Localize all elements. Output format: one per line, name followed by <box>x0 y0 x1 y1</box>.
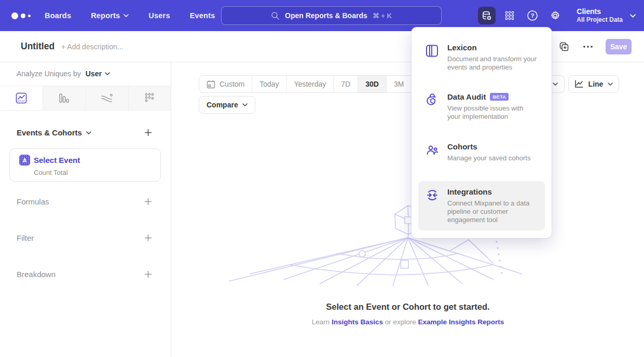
chevron-down-icon <box>630 14 636 18</box>
breakdown-section: Breakdown <box>17 270 152 279</box>
date-range-yesterday[interactable]: Yesterday <box>287 76 334 92</box>
search-placeholder: Open Reports & Boards <box>285 11 367 20</box>
line-chart-icon <box>574 80 584 88</box>
date-range-label: Today <box>259 80 279 88</box>
date-range-today[interactable]: Today <box>252 76 286 92</box>
nav-item-boards[interactable]: Boards <box>45 11 71 20</box>
calendar-icon <box>207 80 215 89</box>
metrics-tab-icon <box>144 92 155 104</box>
chevron-down-icon <box>553 83 558 86</box>
ellipsis-icon <box>583 46 593 48</box>
apps-grid-button[interactable] <box>501 7 518 24</box>
menu-item-description: Document and transform your events and p… <box>447 55 537 72</box>
compare-dropdown[interactable]: Compare <box>199 96 255 114</box>
tab-metrics-grid[interactable] <box>129 86 171 110</box>
formulas-section: Formulas <box>17 197 152 206</box>
add-formula-button[interactable] <box>144 198 152 206</box>
menu-item-data-audit[interactable]: Data Audit BETA View possible issues wit… <box>418 86 545 127</box>
database-gear-icon <box>481 10 492 21</box>
nav-item-label: Events <box>190 11 215 20</box>
nav-item-label: Reports <box>91 11 120 20</box>
more-options-button[interactable] <box>582 40 594 53</box>
compare-label: Compare <box>207 101 238 109</box>
global-search-input[interactable]: Open Reports & Boards ⌘ + K <box>221 6 442 25</box>
chart-type-tabs <box>0 86 171 111</box>
menu-item-integrations[interactable]: Integrations Connect Mixpanel to a data … <box>418 181 545 230</box>
menu-item-description: Connect Mixpanel to a data pipeline or c… <box>447 199 537 224</box>
chevron-down-icon <box>86 131 91 134</box>
project-scope: All Project Data <box>577 16 623 24</box>
nav-item-users[interactable]: Users <box>148 11 170 20</box>
chevron-down-icon <box>608 83 613 86</box>
date-range-label: Yesterday <box>294 80 326 88</box>
menu-item-cohorts[interactable]: Cohorts Manage your saved cohorts <box>418 136 545 169</box>
events-cohorts-dropdown[interactable]: Events & Cohorts <box>17 128 91 137</box>
insights-basics-link[interactable]: Insights Basics <box>332 318 383 326</box>
date-range-30d[interactable]: 30D <box>358 76 387 92</box>
example-insights-reports-link[interactable]: Example Insights Reports <box>418 318 504 326</box>
data-management-button[interactable] <box>478 7 496 24</box>
settings-button[interactable] <box>546 7 564 24</box>
learn-prefix: Learn <box>312 318 330 326</box>
add-filter-button[interactable] <box>144 234 152 242</box>
filter-section: Filter <box>17 234 152 242</box>
report-canvas: Custom Today Yesterday 7D 30D 3M 6M Comp… <box>172 63 644 357</box>
duplicate-report-button[interactable] <box>558 40 570 53</box>
date-range-label: 3M <box>394 80 404 88</box>
mixpanel-logo-icon[interactable] <box>11 12 35 19</box>
analyze-row: Analyze Uniques by User <box>17 70 110 78</box>
svg-text:?: ? <box>531 12 535 19</box>
chart-style-label: Line <box>588 80 604 88</box>
count-type-selector[interactable]: Count Total <box>34 169 68 176</box>
report-title[interactable]: Untitled <box>21 41 54 52</box>
nav-item-events[interactable]: Events <box>190 11 215 20</box>
help-icon: ? <box>527 10 538 21</box>
integrations-icon <box>426 188 439 202</box>
save-button[interactable]: Save <box>606 39 632 54</box>
menu-item-description: Manage your saved cohorts <box>447 154 530 162</box>
gear-icon <box>550 10 561 21</box>
date-range-7d[interactable]: 7D <box>334 76 358 92</box>
search-icon <box>271 11 280 20</box>
add-event-button[interactable] <box>144 129 152 137</box>
report-description-placeholder[interactable]: + Add description... <box>61 43 123 51</box>
cohorts-icon <box>426 143 439 157</box>
date-range-custom[interactable]: Custom <box>199 76 252 92</box>
chevron-down-icon <box>105 72 110 75</box>
tab-flow-chart[interactable] <box>86 86 129 110</box>
lexicon-icon <box>426 44 439 58</box>
select-event-button[interactable]: Select Event <box>34 156 80 164</box>
nav-item-label: Boards <box>45 11 71 20</box>
events-cohorts-header: Events & Cohorts <box>17 128 152 137</box>
search-shortcut: ⌘ + K <box>373 12 392 20</box>
menu-item-title: Cohorts <box>447 142 477 152</box>
event-query-card[interactable]: A Select Event Count Total <box>9 148 161 182</box>
data-management-menu: Lexicon Document and transform your even… <box>412 28 552 238</box>
report-header-actions: Save <box>558 31 632 62</box>
chart-style-dropdown[interactable]: Line <box>568 75 619 93</box>
chevron-down-icon <box>124 14 129 17</box>
or-explore-text: or explore <box>385 318 416 326</box>
project-selector[interactable]: Clients All Project Data <box>577 7 636 24</box>
flow-chart-tab-icon <box>101 93 113 103</box>
analyze-entity-dropdown[interactable]: User <box>86 70 110 78</box>
breakdown-label: Breakdown <box>17 270 56 279</box>
chevron-down-icon <box>242 103 248 106</box>
date-range-control: Custom Today Yesterday 7D 30D 3M 6M <box>199 75 437 93</box>
date-range-3m[interactable]: 3M <box>387 76 412 92</box>
date-range-label: Custom <box>220 80 244 88</box>
tab-bar-chart[interactable] <box>43 86 86 110</box>
menu-item-title: Integrations <box>447 187 492 197</box>
analyze-entity-value: User <box>86 70 102 78</box>
date-range-label: 7D <box>341 80 350 88</box>
empty-state-subtitle: Learn Insights Basics or explore Example… <box>172 318 644 326</box>
project-name: Clients <box>577 7 623 17</box>
query-sidebar: Analyze Uniques by User <box>0 62 171 357</box>
menu-item-lexicon[interactable]: Lexicon Document and transform your even… <box>418 37 545 78</box>
tab-insights-line[interactable] <box>0 86 43 110</box>
line-chart-tab-icon <box>16 92 27 104</box>
add-breakdown-button[interactable] <box>144 270 152 279</box>
beta-badge: BETA <box>490 93 509 101</box>
help-button[interactable]: ? <box>524 7 541 24</box>
nav-item-reports[interactable]: Reports <box>91 11 129 20</box>
